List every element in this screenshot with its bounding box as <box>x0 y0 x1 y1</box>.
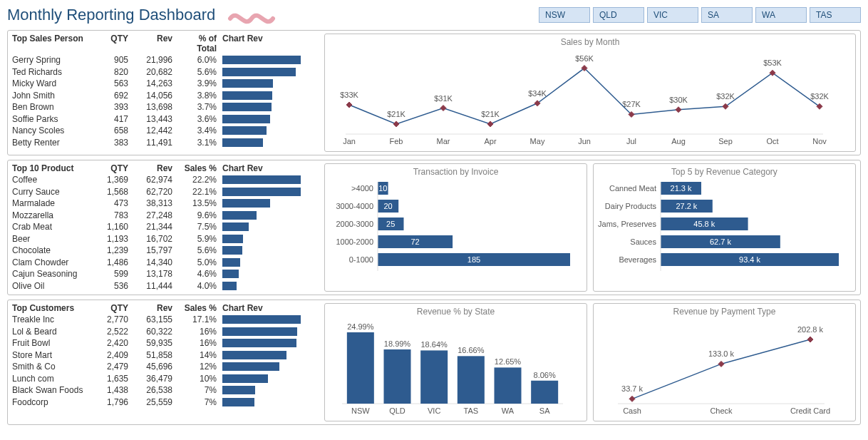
table-row: Cajun Seasoning 599 13,178 4.6% <box>12 268 319 280</box>
col-rev: Rev <box>137 303 180 313</box>
svg-text:0-1000: 0-1000 <box>349 255 373 264</box>
state-tab-tas[interactable]: TAS <box>810 7 861 23</box>
svg-text:1000-2000: 1000-2000 <box>336 237 373 246</box>
table-row: Marmalade 473 38,313 13.5% <box>12 198 319 210</box>
table-row: Black Swan Foods 1,438 26,538 7% <box>12 384 319 396</box>
col-name: Top Sales Person <box>12 34 98 53</box>
table-row: Gerry Spring 905 21,996 6.0% <box>12 54 319 66</box>
table-row: Smith & Co 2,479 45,696 12% <box>12 361 319 373</box>
svg-text:Check: Check <box>710 406 733 415</box>
svg-text:27.2 k: 27.2 k <box>676 202 697 210</box>
svg-text:Jams, Preserves: Jams, Preserves <box>598 220 656 228</box>
chart-top5-category: Top 5 by Revenue Category Canned Meat21.… <box>593 163 856 292</box>
chart-title: Revenue % by State <box>328 307 584 317</box>
table-row: Crab Meat 1,160 21,344 7.5% <box>12 221 319 233</box>
svg-text:Beverages: Beverages <box>619 255 656 264</box>
col-name: Top Customers <box>12 303 98 313</box>
table-row: Curry Sauce 1,568 62,720 22.1% <box>12 186 319 198</box>
svg-rect-65 <box>458 356 485 404</box>
svg-text:$53K: $53K <box>763 58 782 67</box>
table-row: Chocolate 1,239 15,797 5.6% <box>12 245 319 257</box>
table-row: Coffee 1,369 62,974 22.2% <box>12 174 319 186</box>
svg-text:8.06%: 8.06% <box>534 371 556 379</box>
svg-text:$32K: $32K <box>810 92 829 101</box>
chart-title: Top 5 by Revenue Category <box>596 167 852 177</box>
table-row: Lol & Beard 2,522 60,322 16% <box>12 326 319 338</box>
table-row: Nancy Scoles 658 12,442 3.4% <box>12 125 319 137</box>
chart-title: Sales by Month <box>328 37 852 47</box>
svg-text:Jan: Jan <box>343 137 356 145</box>
svg-text:Oct: Oct <box>766 137 778 145</box>
svg-text:Canned Meat: Canned Meat <box>609 184 656 193</box>
svg-text:VIC: VIC <box>428 406 440 415</box>
svg-rect-68 <box>495 367 522 404</box>
col-pct: Sales % <box>180 303 222 313</box>
section-products: Top 10 Product QTY Rev Sales % Chart Rev… <box>7 160 861 295</box>
svg-text:Feb: Feb <box>390 137 403 145</box>
svg-text:WA: WA <box>502 406 515 415</box>
svg-text:72: 72 <box>410 237 419 246</box>
svg-text:Mar: Mar <box>437 137 450 145</box>
svg-text:12.65%: 12.65% <box>495 357 522 366</box>
col-rev: Rev <box>137 163 180 173</box>
state-tab-nsw[interactable]: NSW <box>539 7 590 23</box>
svg-text:185: 185 <box>467 255 480 264</box>
svg-text:Cash: Cash <box>623 406 641 415</box>
svg-text:18.64%: 18.64% <box>421 340 448 349</box>
section-salesperson: Top Sales Person QTY Rev % of Total Char… <box>7 30 861 155</box>
col-pct: % of Total <box>180 34 222 53</box>
state-tab-qld[interactable]: QLD <box>593 7 644 23</box>
state-tab-wa[interactable]: WA <box>755 7 807 23</box>
svg-text:$21K: $21K <box>481 110 500 118</box>
table-row: Foodcorp 1,796 25,559 7% <box>12 396 319 409</box>
svg-rect-59 <box>384 349 411 404</box>
svg-text:20: 20 <box>383 202 392 210</box>
svg-rect-62 <box>420 350 448 404</box>
col-rev: Rev <box>137 34 180 53</box>
table-row: Soffie Parks 417 13,443 3.6% <box>12 113 319 126</box>
svg-text:$33K: $33K <box>340 91 358 99</box>
table-row: Lunch com 1,635 36,479 10% <box>12 373 319 385</box>
svg-rect-71 <box>531 381 558 404</box>
col-name: Top 10 Product <box>12 163 98 173</box>
svg-text:62.7 k: 62.7 k <box>710 237 731 246</box>
svg-text:Nov: Nov <box>812 137 827 145</box>
svg-text:2000-3000: 2000-3000 <box>336 220 373 228</box>
svg-text:$56K: $56K <box>575 54 594 63</box>
svg-text:Aug: Aug <box>671 137 686 145</box>
svg-text:$31K: $31K <box>434 94 453 103</box>
svg-text:$34K: $34K <box>528 89 547 98</box>
col-pct: Sales % <box>180 163 222 173</box>
svg-text:21.3 k: 21.3 k <box>671 184 692 193</box>
svg-text:24.99%: 24.99% <box>347 322 374 331</box>
table-row: Clam Chowder 1,486 14,340 5.0% <box>12 257 319 269</box>
svg-text:Sauces: Sauces <box>630 237 656 246</box>
svg-text:$21K: $21K <box>387 110 405 118</box>
table-row: Micky Ward 563 14,263 3.9% <box>12 78 319 90</box>
chart-transaction-by-invoice: Transaction by Invoice >4000103000-40002… <box>324 163 587 292</box>
col-chart: Chart Rev <box>222 303 301 313</box>
table-row: John Smith 692 14,056 3.8% <box>12 90 319 102</box>
col-qty: QTY <box>98 303 137 313</box>
state-tab-sa[interactable]: SA <box>701 7 753 23</box>
chart-title: Transaction by Invoice <box>328 167 584 177</box>
svg-text:$32K: $32K <box>716 92 735 101</box>
section-customers: Top Customers QTY Rev Sales % Chart RevT… <box>7 300 861 425</box>
chart-revenue-by-state: Revenue % by State 24.99%NSW18.99%QLD18.… <box>324 303 587 421</box>
svg-text:May: May <box>530 137 545 145</box>
table-row: Fruit Bowl 2,420 59,935 16% <box>12 337 319 349</box>
col-qty: QTY <box>98 163 137 173</box>
dashboard-header: Monthly Reporting Dashboard NSWQLDVICSAW… <box>7 4 861 26</box>
svg-text:Credit Card: Credit Card <box>790 406 830 415</box>
state-filter-tabs: NSWQLDVICSAWATAS <box>539 7 861 23</box>
table-row: Treakle Inc 2,770 63,155 17.1% <box>12 314 319 326</box>
table-products: Top 10 Product QTY Rev Sales % Chart Rev… <box>12 163 319 292</box>
table-row: Beer 1,193 16,702 5.9% <box>12 233 319 245</box>
svg-text:>4000: >4000 <box>351 184 373 193</box>
svg-text:10: 10 <box>378 184 387 193</box>
svg-text:Dairy Products: Dairy Products <box>605 202 657 210</box>
logo-icon <box>227 4 284 26</box>
chart-sales-by-month: Sales by Month Jan$33KFeb$21KMar$31KApr$… <box>324 34 856 152</box>
state-tab-vic[interactable]: VIC <box>647 7 698 23</box>
svg-text:3000-4000: 3000-4000 <box>336 202 373 210</box>
